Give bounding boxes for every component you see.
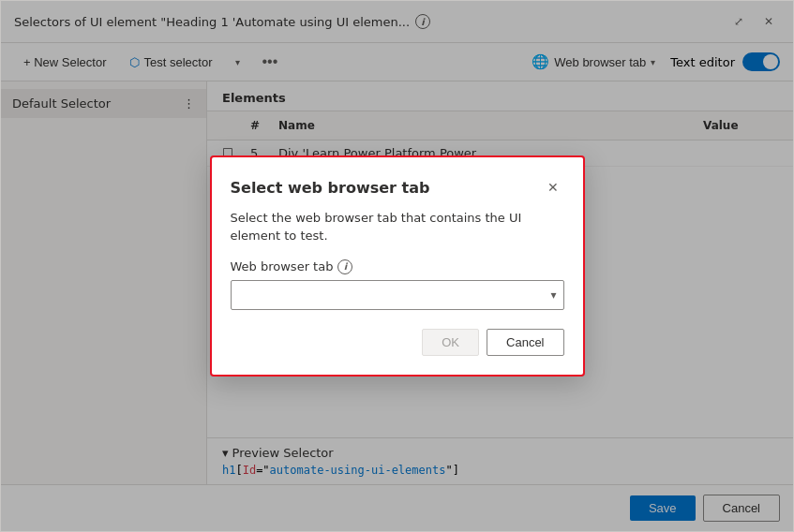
modal-title: Select web browser tab	[231, 179, 430, 197]
modal-description: Select the web browser tab that contains…	[231, 210, 564, 244]
ok-button[interactable]: OK	[422, 329, 479, 356]
field-info-icon[interactable]: i	[337, 259, 352, 274]
modal-overlay: Select web browser tab ✕ Select the web …	[1, 1, 793, 531]
modal-field-label: Web browser tab i	[231, 259, 564, 274]
browser-tab-select[interactable]	[231, 280, 564, 310]
modal-close-button[interactable]: ✕	[542, 176, 564, 199]
modal-header: Select web browser tab ✕	[231, 176, 564, 199]
modal-cancel-button[interactable]: Cancel	[487, 329, 563, 356]
modal-footer: OK Cancel	[231, 329, 564, 356]
modal-dialog: Select web browser tab ✕ Select the web …	[210, 155, 585, 376]
browser-tab-select-wrapper: ▾	[231, 280, 564, 310]
main-window: Selectors of UI element "Heading 1 'Auto…	[0, 0, 794, 532]
